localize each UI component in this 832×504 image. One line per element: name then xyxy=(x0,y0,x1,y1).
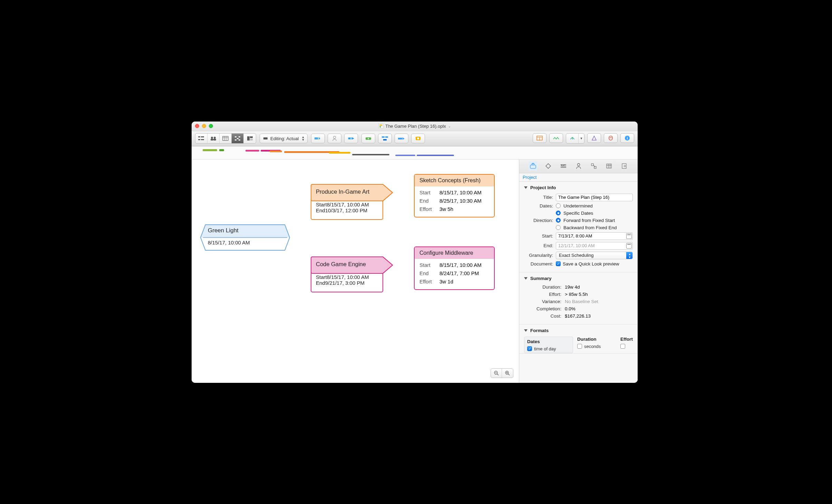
catch-up-button[interactable] xyxy=(378,134,392,143)
start-label: Start xyxy=(316,202,327,207)
node-sketch-concepts[interactable]: Sketch Concepts (Fresh) Start8/15/17, 10… xyxy=(414,174,495,217)
milestone-title: Green Light xyxy=(208,227,239,234)
milestone-green-light[interactable]: Green Light 8/15/17, 10:00 AM xyxy=(200,224,290,251)
inspector-tab-label[interactable]: Project xyxy=(523,175,536,180)
zoom-controls xyxy=(491,368,513,378)
calendar-icon[interactable] xyxy=(626,233,632,239)
window-minimize-button[interactable] xyxy=(202,124,206,128)
window-zoom-button[interactable] xyxy=(209,124,213,128)
project-start-input[interactable] xyxy=(556,232,633,240)
document-icon xyxy=(378,123,383,129)
start-label: Start xyxy=(419,188,436,197)
tab-resource[interactable] xyxy=(574,162,583,171)
view-styles-button[interactable] xyxy=(244,134,256,143)
view-calendar-button[interactable] xyxy=(220,134,232,143)
inspector-breadcrumb: Project xyxy=(519,173,638,182)
dates-undetermined-radio[interactable] xyxy=(556,203,561,208)
connectors xyxy=(192,159,295,211)
svg-rect-18 xyxy=(250,136,253,138)
node-produce-art[interactable]: Produce In-Game Art Start8/15/17, 10:00 … xyxy=(310,184,375,216)
svg-rect-53 xyxy=(591,164,593,166)
node-code-engine[interactable]: Code Game Engine Start8/15/17, 10:00 AM … xyxy=(310,256,374,289)
app-window: The Game Plan (Step 16).oplx ⌄ xyxy=(192,122,638,383)
assign-resource-button[interactable] xyxy=(328,134,341,143)
view-task-outline-button[interactable] xyxy=(195,134,207,143)
tab-project[interactable] xyxy=(529,162,538,171)
svg-rect-3 xyxy=(201,139,204,140)
tab-styles[interactable] xyxy=(559,162,568,171)
project-title-input[interactable] xyxy=(556,194,633,201)
project-end-input[interactable] xyxy=(556,242,633,250)
zoom-in-button[interactable] xyxy=(502,369,513,378)
effort-seconds-checkbox[interactable] xyxy=(620,344,625,349)
node-start: 8/15/17, 10:00 AM xyxy=(327,274,369,280)
svg-rect-20 xyxy=(315,137,318,139)
completion-label: Completion: xyxy=(524,306,565,311)
reschedule-button[interactable] xyxy=(395,134,408,143)
view-switcher xyxy=(195,133,256,144)
time-of-day-label: time of day xyxy=(534,346,556,351)
baseline-button[interactable] xyxy=(411,134,425,143)
reports-button[interactable] xyxy=(533,133,546,143)
title-popup-icon[interactable]: ⌄ xyxy=(448,124,451,128)
zoom-out-button[interactable] xyxy=(491,369,502,378)
direction-backward-radio[interactable] xyxy=(556,225,561,230)
inspector-toggle-button[interactable]: i xyxy=(620,133,634,143)
node-end: 8/24/17, 7:00 PM xyxy=(439,269,479,278)
tab-custom-data[interactable] xyxy=(589,162,598,171)
svg-marker-38 xyxy=(592,136,596,140)
progress-bar-icon xyxy=(263,137,268,139)
quicklook-checkbox[interactable] xyxy=(556,261,561,266)
add-milestone-button[interactable] xyxy=(344,134,358,143)
editing-mode-popup[interactable]: Editing: Actual ▲▼ xyxy=(260,134,308,143)
node-start: 8/15/17, 10:00 AM xyxy=(439,188,482,197)
add-task-button[interactable] xyxy=(311,134,325,143)
granularity-select[interactable]: Exact Scheduling▲▼ xyxy=(556,252,633,259)
dates-specific-radio[interactable] xyxy=(556,211,561,215)
node-configure-middleware[interactable]: Configure Middleware Start8/15/17, 10:00… xyxy=(414,246,495,290)
node-title: Configure Middleware xyxy=(415,247,494,259)
disclosure-triangle-icon[interactable] xyxy=(524,277,528,280)
tab-milestones[interactable] xyxy=(544,162,553,171)
calendar-icon[interactable] xyxy=(626,243,632,249)
svg-point-34 xyxy=(417,137,419,139)
tab-export[interactable] xyxy=(620,162,629,171)
cost-label: Cost: xyxy=(524,313,565,319)
formats-dates-column: Dates time of day xyxy=(524,337,573,353)
formats-dates-heading: Dates xyxy=(527,339,570,344)
inspector: Project Project Info Title: Dates: xyxy=(519,159,638,383)
svg-rect-13 xyxy=(239,136,240,137)
direction-label: Direction: xyxy=(524,218,556,223)
svg-rect-7 xyxy=(213,139,216,140)
node-title: Sketch Concepts (Fresh) xyxy=(415,175,494,186)
disclosure-triangle-icon[interactable] xyxy=(524,329,528,332)
dates-label: Dates: xyxy=(524,203,556,209)
project-overview-strip[interactable] xyxy=(192,146,638,159)
window-close-button[interactable] xyxy=(195,124,199,128)
end-label: End xyxy=(419,197,436,205)
view-resources-button[interactable] xyxy=(207,134,220,143)
inspector-tabs xyxy=(519,159,638,173)
tab-attachments[interactable] xyxy=(604,162,613,171)
window-title: The Game Plan (Step 16).oplx xyxy=(385,124,446,129)
cost-value: $167,226.13 xyxy=(565,313,633,319)
duration-seconds-checkbox[interactable] xyxy=(577,344,582,349)
network-canvas[interactable]: Green Light 8/15/17, 10:00 AM Produce In… xyxy=(192,159,519,383)
effort-label: Effort: xyxy=(524,292,565,297)
seconds-label: seconds xyxy=(584,344,601,349)
variance-label: Variance: xyxy=(524,299,565,304)
change-tracking-button[interactable] xyxy=(587,133,601,143)
node-end: 10/3/17, 12:00 PM xyxy=(325,207,368,213)
simulations-button[interactable] xyxy=(549,133,563,143)
svg-point-22 xyxy=(333,136,336,139)
publish-button[interactable]: ▼ xyxy=(566,133,584,144)
stop-button[interactable] xyxy=(604,133,618,143)
direction-forward-label: Forward from Fixed Start xyxy=(563,218,615,223)
level-resources-button[interactable] xyxy=(361,134,375,143)
view-network-button[interactable] xyxy=(232,134,244,143)
disclosure-triangle-icon[interactable] xyxy=(524,186,528,189)
granularity-label: Granularity: xyxy=(524,253,556,258)
editing-mode-label: Editing: Actual xyxy=(270,136,299,141)
direction-forward-radio[interactable] xyxy=(556,218,561,223)
time-of-day-checkbox[interactable] xyxy=(527,346,532,351)
